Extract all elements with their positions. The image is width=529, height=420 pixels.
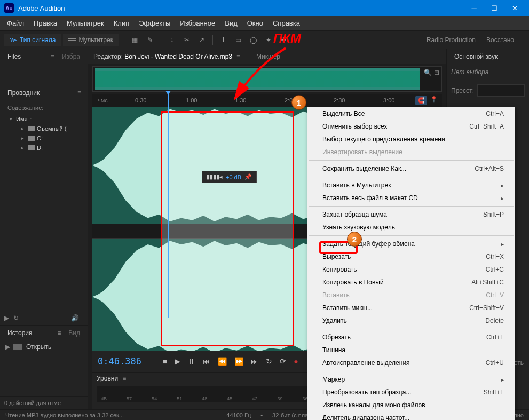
tree-item-removable[interactable]: ▸ Съемный ( — [19, 124, 84, 133]
ctx-silence[interactable]: Тишина — [307, 344, 515, 356]
forward-button[interactable]: ⏩ — [234, 357, 243, 366]
play-button[interactable]: ▶ — [175, 357, 180, 366]
ctx-copy-new[interactable]: Копировать в НовыйAlt+Shift+C — [307, 276, 515, 289]
menu-view[interactable]: Вид — [220, 17, 242, 29]
move-tool-icon[interactable]: ↗ — [195, 34, 208, 46]
cut-tool-icon[interactable]: ✂ — [180, 34, 193, 46]
minimize-button[interactable]: ─ — [464, 0, 484, 16]
left-panel: Files ≡ Избра Проводник ≡ Содержание: ▾ … — [0, 49, 88, 409]
pause-button[interactable]: ⏸ — [188, 357, 195, 366]
menu-multitrack[interactable]: Мультитрек — [62, 17, 109, 29]
db-unit: dB — [234, 174, 241, 180]
maximize-button[interactable]: ☐ — [484, 0, 504, 16]
next-button[interactable]: ⏭ — [251, 357, 258, 366]
sort-up-icon: ↑ — [29, 116, 33, 122]
zoom-icon[interactable]: 🔍 — [424, 69, 432, 76]
ctx-freq-splitter[interactable]: Делитель диапазона частот... — [307, 411, 515, 420]
marquee-icon[interactable]: ▭ — [232, 34, 245, 46]
ctx-deselect-all[interactable]: Отменить выбор всехCtrl+Shift+A — [307, 120, 515, 133]
ctx-extract-mono[interactable]: Извлечь каналы для моно файлов — [307, 399, 515, 411]
waveform-selection[interactable] — [161, 111, 294, 346]
history-item-open[interactable]: ▶ Открыть — [0, 340, 88, 353]
close-button[interactable]: ✕ — [504, 0, 525, 16]
ctx-insert-cd[interactable]: Вставить весь файл в макет CD▸ — [307, 192, 515, 204]
ctx-select-all[interactable]: Выделить ВсеCtrl+A — [307, 107, 515, 120]
hud-icon[interactable]: ▦ — [129, 34, 141, 46]
ctx-auto-heal[interactable]: Автоисправление выделенияCtrl+U — [307, 356, 515, 369]
editor-title: Редактор: Bon Jovi - Wanted Dead Or Aliv… — [93, 53, 232, 60]
panel-menu-icon[interactable]: ≡ — [48, 53, 58, 60]
volume-icon[interactable]: 🔊 — [71, 314, 79, 322]
tree-item-c[interactable]: ▸ C: — [19, 133, 84, 143]
ctx-separator — [309, 329, 514, 329]
preset-input[interactable] — [477, 84, 525, 97]
ctx-learn-sound[interactable]: Узнать звуковую модель — [307, 221, 515, 234]
skip-button[interactable]: ⟳ — [280, 357, 286, 366]
title-bar: Au Adobe Audition ─ ☐ ✕ — [0, 0, 529, 16]
prev-button[interactable]: ⏮ — [203, 357, 210, 366]
options-icon[interactable]: ⊟ — [434, 69, 439, 76]
files-panel-tabs: Files ≡ Избра — [0, 49, 88, 64]
edit-icon[interactable]: ✎ — [144, 34, 156, 46]
name-column[interactable]: ▾ Имя ↑ — [7, 114, 84, 124]
menu-favorites[interactable]: Избранное — [175, 17, 220, 29]
pin-icon[interactable]: 📌 — [244, 173, 252, 180]
explorer-tab[interactable]: Проводник — [3, 87, 44, 99]
ctx-separator — [309, 177, 514, 177]
ctx-delete[interactable]: УдалитьDelete — [307, 314, 515, 327]
lasso-icon[interactable]: ◯ — [247, 34, 260, 46]
workspace-name[interactable]: Radio Production — [427, 36, 476, 44]
ctx-marker[interactable]: Маркер▸ — [307, 373, 515, 386]
menu-clip[interactable]: Клип — [109, 17, 134, 29]
files-tab[interactable]: Files — [3, 51, 25, 62]
record-button[interactable]: ● — [294, 357, 298, 366]
levels-tab[interactable]: Уровни — [97, 375, 118, 382]
ctx-invert-selection: Инвертировать выделение — [307, 146, 515, 159]
vid-tab[interactable]: Вид — [64, 327, 84, 339]
magnet-icon[interactable]: 🧲 — [415, 96, 427, 105]
menu-help[interactable]: Справка — [268, 17, 305, 29]
annotation-pkm-label: ПКМ — [273, 31, 301, 46]
ctx-select-time-view[interactable]: Выбор текущего представления времени — [307, 133, 515, 146]
ctx-capture-noise[interactable]: Захват образца шумаShift+P — [307, 208, 515, 221]
ctx-convert-sample[interactable]: Преобразовать тип образца...Shift+T — [307, 386, 515, 399]
ctx-save-selection[interactable]: Сохранить выделение Как...Ctrl+Alt+S — [307, 162, 515, 175]
play-icon[interactable]: ▶ — [4, 314, 9, 322]
panel-menu-icon[interactable]: ≡ — [74, 89, 84, 97]
menu-effects[interactable]: Эффекты — [134, 17, 175, 29]
panel-menu-icon[interactable]: ≡ — [122, 375, 126, 382]
panel-menu-icon[interactable]: ≡ — [54, 329, 64, 337]
history-tab[interactable]: История — [3, 327, 37, 339]
i-beam-icon[interactable]: I — [217, 34, 230, 46]
preset-label: Пресет: — [451, 87, 474, 94]
ctx-copy[interactable]: КопироватьCtrl+C — [307, 263, 515, 276]
app-logo: Au — [4, 3, 14, 13]
ctx-crop[interactable]: ОбрезатьCtrl+T — [307, 331, 515, 344]
menu-window[interactable]: Окно — [242, 17, 268, 29]
main-sound-tab[interactable]: Основной звук — [450, 51, 502, 62]
rewind-button[interactable]: ⏪ — [218, 357, 227, 366]
editor-label: Редактор: — [93, 53, 123, 60]
tree-item-d[interactable]: ▸ D: — [19, 143, 84, 153]
db-hud[interactable]: ▮▮▮▮◂ +0 dB 📌 — [202, 171, 257, 183]
loop-button[interactable]: ↻ — [266, 357, 272, 366]
ctx-insert-multitrack[interactable]: Вставить в Мультитрек▸ — [307, 179, 515, 192]
loop-icon[interactable]: ↻ — [13, 314, 19, 322]
favorites-tab[interactable]: Избра — [58, 51, 84, 62]
menu-edit[interactable]: Правка — [29, 17, 62, 29]
no-selection-label: Нет выбора — [451, 68, 525, 76]
playhead[interactable] — [168, 94, 169, 318]
stop-button[interactable]: ■ — [163, 357, 167, 366]
menu-file[interactable]: Файл — [2, 17, 29, 29]
multitrack-tab[interactable]: Мультитрек — [63, 34, 118, 46]
arrow-tool-icon[interactable]: ↕ — [165, 34, 178, 46]
separator — [212, 35, 213, 45]
restore-label[interactable]: Восстано — [486, 36, 514, 44]
signal-type-tab[interactable]: Тип сигнала — [4, 34, 61, 46]
annotation-badge-1: 1 — [291, 95, 306, 110]
ctx-paste-mix[interactable]: Вставить микш...Ctrl+Shift+V — [307, 302, 515, 314]
separator — [161, 35, 161, 45]
timecode-display: 0:46.386 — [98, 356, 141, 367]
pin-icon[interactable]: 📍 — [430, 96, 438, 105]
drive-c-label: C: — [37, 135, 43, 141]
